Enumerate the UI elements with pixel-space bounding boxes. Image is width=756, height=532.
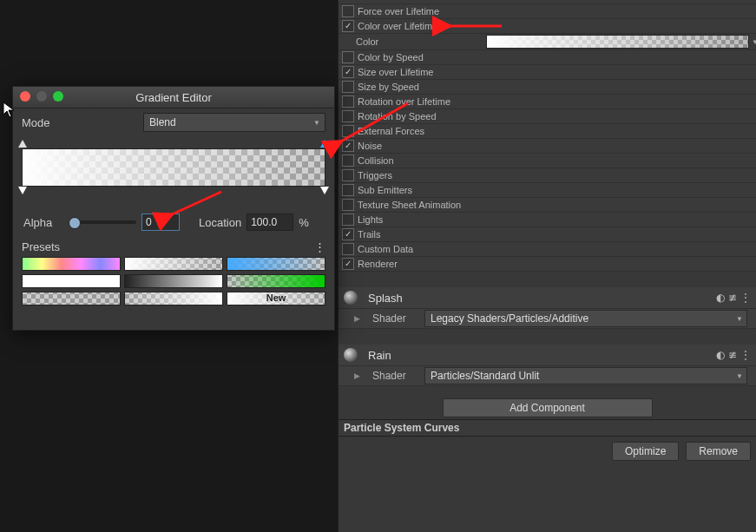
particle-curves-header[interactable]: Particle System Curves	[339, 419, 756, 437]
module-checkbox[interactable]	[342, 243, 354, 255]
expand-icon[interactable]: ▶	[354, 371, 360, 380]
preset-swatch[interactable]	[22, 292, 121, 305]
module-checkbox[interactable]	[342, 169, 354, 181]
module-row[interactable]: Size by Speed	[339, 80, 756, 95]
shader-label: Shader	[372, 312, 424, 325]
module-label: Color over Lifetime	[358, 21, 437, 31]
help-icon[interactable]: ◐	[716, 349, 725, 361]
module-checkbox[interactable]	[342, 199, 354, 211]
preset-swatch[interactable]	[22, 274, 121, 288]
close-icon[interactable]	[20, 91, 30, 102]
presets-label: Presets	[22, 240, 60, 253]
preset-swatch[interactable]	[22, 257, 121, 271]
module-row[interactable]: ✓Color over Lifetime	[339, 19, 756, 34]
module-checkbox[interactable]	[342, 213, 354, 226]
module-row[interactable]: Force over Lifetime	[339, 4, 756, 19]
module-checkbox[interactable]: ✓	[342, 140, 354, 152]
module-row[interactable]: ✓Trails	[339, 227, 756, 242]
shader-dropdown[interactable]: Particles/Standard Unlit ▼	[424, 367, 747, 384]
module-checkbox[interactable]: ✓	[342, 258, 354, 270]
chevron-down-icon: ▼	[313, 119, 320, 127]
module-row[interactable]: Triggers	[339, 168, 756, 183]
module-row[interactable]: ✓Noise	[339, 139, 756, 154]
module-row[interactable]: Rotation over Lifetime	[339, 95, 756, 109]
module-checkbox[interactable]	[342, 110, 354, 122]
module-checkbox[interactable]: ✓	[342, 228, 354, 240]
material-card-splash: Splash ◐ ≢ ⋮ ▶ Shader Legacy Shaders/Par…	[339, 287, 756, 329]
module-row[interactable]: Color by Speed	[339, 50, 756, 65]
module-label: Custom Data	[358, 244, 413, 254]
optimize-button[interactable]: Optimize	[612, 442, 679, 461]
module-label: Collision	[358, 155, 394, 166]
module-checkbox[interactable]	[342, 95, 354, 108]
help-icon[interactable]: ◐	[716, 292, 725, 304]
module-checkbox[interactable]	[342, 51, 354, 63]
module-row[interactable]: ✓Renderer	[339, 257, 756, 272]
preset-icon[interactable]: ≢	[728, 349, 737, 361]
module-label: Size by Speed	[358, 82, 419, 92]
preset-swatch[interactable]	[227, 257, 325, 271]
module-label: Color by Speed	[358, 52, 424, 62]
module-label: Trails	[358, 229, 380, 240]
preset-icon[interactable]: ≢	[728, 292, 737, 304]
module-label: Sub Emitters	[358, 185, 412, 195]
gradient-strip[interactable]	[22, 148, 325, 187]
module-label: External Forces	[358, 126, 424, 136]
shader-dropdown[interactable]: Legacy Shaders/Particles/Additive ▼	[424, 310, 747, 327]
module-row[interactable]: Sub Emitters	[339, 183, 756, 198]
module-row[interactable]: ✓Size over Lifetime	[339, 65, 756, 80]
module-label: Lights	[358, 214, 383, 225]
add-component-button[interactable]: Add Component	[443, 398, 653, 417]
preset-swatch[interactable]	[124, 257, 223, 271]
preset-swatch[interactable]	[124, 292, 223, 305]
preset-swatch[interactable]	[227, 274, 325, 288]
module-label: Triggers	[358, 170, 392, 181]
material-thumb-icon	[344, 348, 358, 362]
alpha-label: Alpha	[23, 216, 65, 229]
material-thumb-icon	[344, 291, 358, 305]
alpha-stop-selected[interactable]	[320, 140, 329, 148]
color-property-row: Color▼	[339, 34, 756, 50]
gradient-swatch[interactable]: ▼	[486, 35, 749, 49]
alpha-stop[interactable]	[18, 140, 27, 148]
module-label: Rotation by Speed	[358, 111, 437, 122]
module-checkbox[interactable]	[342, 125, 354, 137]
module-checkbox[interactable]: ✓	[342, 20, 354, 32]
alpha-slider[interactable]	[70, 220, 136, 224]
module-row[interactable]: Custom Data	[339, 242, 756, 257]
module-checkbox[interactable]	[342, 81, 354, 93]
window-title-bar[interactable]: Gradient Editor	[13, 87, 334, 108]
module-checkbox[interactable]: ✓	[342, 66, 354, 78]
color-stops-track[interactable]	[22, 187, 325, 195]
module-row[interactable]: External Forces	[339, 124, 756, 139]
color-stop[interactable]	[320, 187, 329, 194]
mode-dropdown[interactable]: Blend ▼	[143, 113, 325, 132]
module-row[interactable]: Collision	[339, 154, 756, 168]
location-field[interactable]: 100.0	[247, 213, 293, 231]
preset-new-button[interactable]: New	[227, 292, 325, 305]
maximize-icon[interactable]	[53, 91, 63, 102]
alpha-field[interactable]: 0	[141, 213, 180, 231]
module-row[interactable]: Lights	[339, 213, 756, 227]
module-checkbox[interactable]	[342, 5, 354, 17]
remove-button[interactable]: Remove	[686, 442, 751, 461]
preset-swatch[interactable]	[124, 274, 223, 288]
material-card-rain: Rain ◐ ≢ ⋮ ▶ Shader Particles/Standard U…	[339, 345, 756, 386]
module-row[interactable]: Rotation by Speed	[339, 109, 756, 124]
menu-icon[interactable]: ⋮	[740, 292, 751, 304]
module-checkbox[interactable]	[342, 154, 354, 167]
module-row[interactable]: Texture Sheet Animation	[339, 198, 756, 213]
presets-menu-icon[interactable]: ⋮	[314, 240, 325, 253]
minimize-icon[interactable]	[36, 91, 47, 102]
menu-icon[interactable]: ⋮	[740, 349, 751, 361]
material-name[interactable]: Rain	[368, 349, 716, 362]
chevron-down-icon[interactable]: ▼	[750, 36, 756, 48]
material-name[interactable]: Splash	[368, 292, 716, 305]
module-label: Noise	[358, 141, 382, 151]
slider-knob[interactable]	[69, 217, 81, 229]
module-checkbox[interactable]	[342, 184, 354, 196]
expand-icon[interactable]: ▶	[354, 314, 360, 323]
alpha-stops-track[interactable]	[22, 140, 325, 148]
color-stop[interactable]	[18, 187, 27, 194]
module-label: Texture Sheet Animation	[358, 200, 461, 210]
